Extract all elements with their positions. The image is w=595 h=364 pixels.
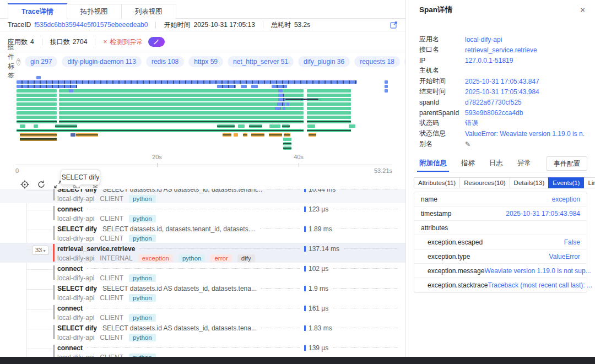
flame-span-bar[interactable] xyxy=(34,124,38,128)
flame-span-bar[interactable] xyxy=(59,111,304,115)
component-tag-pill[interactable]: requests 18 xyxy=(354,56,400,67)
flame-span-bar[interactable] xyxy=(17,80,357,84)
flame-span-bar[interactable] xyxy=(59,94,304,97)
component-tag-pill[interactable]: httpx 59 xyxy=(188,56,223,67)
field-value[interactable]: 2025-10-31 17:05:43.847 xyxy=(465,78,539,85)
flame-span-bar[interactable] xyxy=(17,107,57,110)
flame-span-bar[interactable] xyxy=(309,133,316,137)
event-value[interactable]: ValueError xyxy=(549,253,580,260)
span-row[interactable]: connect102 µslocal-dify-apiCLIENTpython xyxy=(0,263,405,282)
flame-span-bar[interactable] xyxy=(55,124,77,128)
detail-tab[interactable]: 日志 xyxy=(489,159,503,172)
field-value[interactable]: 127.0.0.1-51819 xyxy=(465,57,513,64)
flame-span-bar[interactable] xyxy=(283,146,291,150)
flame-span-bar[interactable] xyxy=(17,85,77,88)
flame-span-bar[interactable] xyxy=(17,129,304,132)
flame-span-bar[interactable] xyxy=(238,124,245,128)
flame-span-bar[interactable] xyxy=(249,124,262,128)
span-row[interactable]: SELECT difySELECT datasets.id AS dataset… xyxy=(0,322,405,342)
flame-span-bar[interactable] xyxy=(307,111,351,115)
flame-span-bar[interactable] xyxy=(307,89,351,93)
field-value[interactable]: 错误 xyxy=(465,118,478,128)
subtab-segment[interactable]: Resources(10) xyxy=(459,177,510,188)
event-value[interactable]: Weaviate version 1.19.0 is not sup... xyxy=(484,267,591,275)
flame-span-bar[interactable] xyxy=(59,98,304,101)
span-row[interactable]: connect139 µslocal-dify-apiCLIENTpython xyxy=(0,342,405,357)
flame-span-bar[interactable] xyxy=(307,116,351,119)
tab-list-view[interactable]: 列表视图 xyxy=(121,4,176,19)
subtab-segment[interactable]: Events(1) xyxy=(548,177,584,188)
flame-span-bar[interactable] xyxy=(283,138,291,141)
flame-span-bar[interactable] xyxy=(251,133,264,137)
flame-span-bar[interactable] xyxy=(17,120,57,123)
flame-span-bar[interactable] xyxy=(59,102,304,106)
flame-span-bar[interactable] xyxy=(285,99,318,100)
flame-span-bar[interactable] xyxy=(349,124,355,128)
flame-span-bar[interactable] xyxy=(385,89,388,93)
field-value[interactable]: ValueError: Weaviate version 1.19.0 is n… xyxy=(465,130,585,138)
detail-tab[interactable]: 异常 xyxy=(517,159,531,172)
external-link-icon[interactable] xyxy=(390,21,398,29)
flame-span-bar[interactable] xyxy=(17,98,57,101)
flame-span-bar[interactable] xyxy=(217,85,236,88)
event-value[interactable]: False xyxy=(564,238,580,246)
collapse-badge[interactable]: 33 ▾ xyxy=(32,246,49,255)
flame-span-bar[interactable] xyxy=(59,107,304,110)
flame-span-bar[interactable] xyxy=(307,124,315,128)
flame-span-bar[interactable] xyxy=(59,120,304,123)
event-value[interactable]: 2025-10-31 17:05:43.984 xyxy=(506,210,580,218)
component-tag-pill[interactable]: redis 108 xyxy=(146,56,184,67)
detail-tab[interactable]: 附加信息 xyxy=(419,159,447,172)
flame-span-bar[interactable] xyxy=(17,116,57,119)
span-row[interactable]: connect161 µslocal-dify-apiCLIENTpython xyxy=(0,302,405,322)
flame-span-bar[interactable] xyxy=(20,133,57,137)
flame-span-bar[interactable] xyxy=(307,120,351,123)
flame-span-bar[interactable] xyxy=(307,107,351,110)
flame-span-bar[interactable] xyxy=(269,124,280,128)
span-row[interactable]: SELECT difySELECT datasets.id AS dataset… xyxy=(0,189,405,203)
flame-span-bar[interactable] xyxy=(243,133,247,137)
flame-span-bar[interactable] xyxy=(278,94,284,97)
flame-span-bar[interactable] xyxy=(385,85,388,88)
subtab-segment[interactable]: Attributes(11) xyxy=(414,177,460,188)
span-row[interactable]: SELECT difySELECT datasets.id, datasets.… xyxy=(0,223,405,243)
flame-span-bar[interactable] xyxy=(17,89,57,93)
flame-span-bar[interactable] xyxy=(272,85,287,88)
tab-topology-view[interactable]: 拓扑视图 xyxy=(67,4,122,19)
flame-span-bar[interactable] xyxy=(269,133,282,137)
help-icon[interactable]: ? xyxy=(17,58,20,66)
flame-span-bar[interactable] xyxy=(76,133,98,137)
ai-analysis-button[interactable] xyxy=(148,37,165,47)
close-icon[interactable]: × xyxy=(580,6,585,14)
span-row[interactable]: connect123 µslocal-dify-apiCLIENTpython xyxy=(0,203,405,223)
flame-span-bar[interactable] xyxy=(17,94,57,97)
flame-span-bar[interactable] xyxy=(286,102,289,106)
flame-span-bar[interactable] xyxy=(59,89,304,93)
span-row[interactable]: SELECT difySELECT datasets.id AS dataset… xyxy=(0,282,405,302)
flame-span-bar[interactable] xyxy=(282,124,290,128)
flame-span-bar[interactable] xyxy=(17,111,57,115)
flame-span-bar[interactable] xyxy=(17,102,57,106)
component-tag-pill[interactable]: dify_plugin 36 xyxy=(298,56,350,67)
flame-span-bar[interactable] xyxy=(283,107,285,110)
field-value[interactable]: 2025-10-31 17:05:43.984 xyxy=(465,88,539,96)
event-config-button[interactable]: 事件配置 xyxy=(547,156,587,171)
field-value[interactable]: local-dify-api xyxy=(465,36,502,44)
edit-alias-icon[interactable]: ✎ xyxy=(465,140,470,148)
subtab-segment[interactable]: Details(13) xyxy=(510,177,549,188)
flame-span-bar[interactable] xyxy=(284,133,290,137)
flame-span-bar[interactable] xyxy=(20,124,25,128)
flame-span-bar[interactable] xyxy=(283,142,291,145)
refresh-icon[interactable] xyxy=(36,180,46,189)
tab-trace-detail[interactable]: Trace详情 xyxy=(8,3,67,19)
component-tag-pill[interactable]: dify-plugin-daemon 113 xyxy=(62,56,142,67)
flame-span-bar[interactable] xyxy=(20,138,57,141)
event-value[interactable]: Traceback (most recent call last): ... xyxy=(488,281,592,289)
flame-span-bar[interactable] xyxy=(385,80,388,84)
flame-span-bar[interactable] xyxy=(307,94,351,97)
flame-span-bar[interactable] xyxy=(278,89,283,93)
flame-span-bar[interactable] xyxy=(307,102,351,106)
event-value[interactable]: exception xyxy=(552,195,580,203)
field-value[interactable]: 593e9b8062cca4db xyxy=(465,109,523,117)
component-tag-pill[interactable]: net_http_server 51 xyxy=(228,56,294,67)
